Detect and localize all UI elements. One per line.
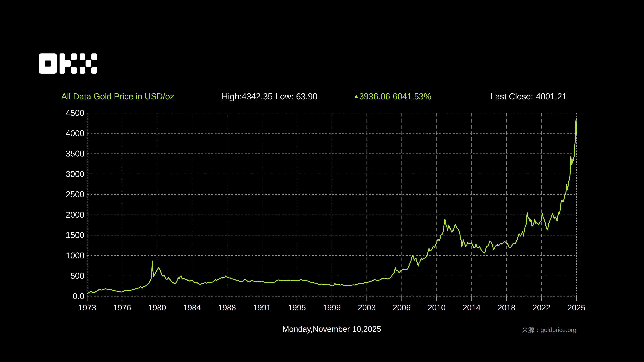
y-axis-label: 3000: [66, 169, 84, 179]
x-axis-label: 2010: [428, 303, 446, 312]
y-axis-label: 2000: [66, 210, 84, 220]
y-axis-label: 2500: [66, 190, 84, 199]
x-axis-label: 2025: [568, 303, 586, 312]
gold-price-chart: 0.05001000150020002500300035004000450019…: [0, 0, 644, 362]
x-axis-label: 2022: [532, 303, 550, 312]
y-axis-label: 4000: [66, 129, 84, 138]
x-axis-label: 1988: [218, 303, 236, 312]
y-axis-label: 3500: [66, 149, 84, 158]
x-axis-label: 1973: [78, 303, 96, 312]
x-axis-label: 1999: [323, 303, 341, 312]
y-axis-label: 1000: [66, 251, 84, 260]
x-axis-label: 2018: [498, 303, 516, 312]
source-label: 来源：: [522, 327, 540, 333]
y-axis-label: 0.0: [72, 292, 84, 301]
x-axis-label: 2003: [358, 303, 376, 312]
x-axis-label: 2014: [463, 303, 481, 312]
y-axis-label: 1500: [66, 230, 84, 240]
x-axis-label: 1995: [288, 303, 306, 312]
page: All Data Gold Price in USD/oz High:4342.…: [0, 0, 644, 362]
y-axis-label: 500: [70, 271, 84, 281]
y-axis-label: 4500: [66, 108, 84, 118]
source-credit: 来源：goldprice.org: [87, 326, 576, 334]
x-axis-label: 1980: [148, 303, 166, 312]
x-axis-label: 1976: [113, 303, 131, 312]
x-axis-label: 2006: [393, 303, 411, 312]
x-axis-label: 1991: [253, 303, 271, 312]
source-link: goldprice.org: [540, 327, 576, 333]
x-axis-label: 1984: [183, 303, 201, 312]
